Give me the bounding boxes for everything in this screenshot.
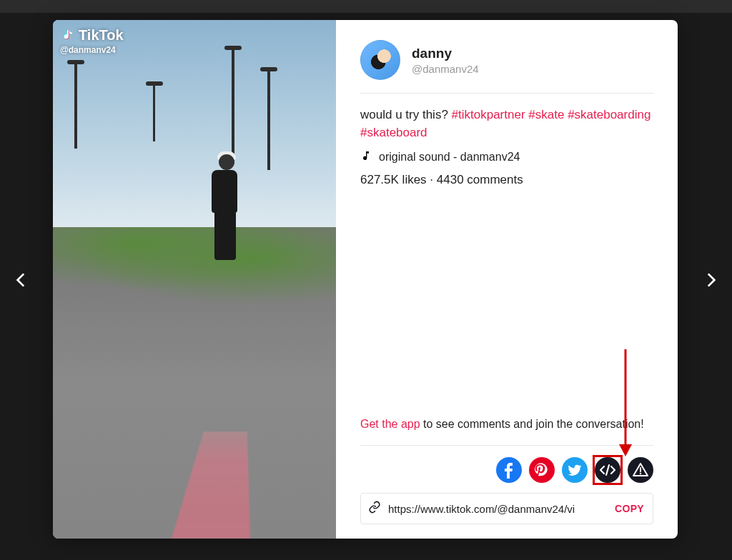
hashtag[interactable]: #skate xyxy=(528,108,564,121)
twitter-icon xyxy=(562,457,588,483)
music-label: original sound - danmanv24 xyxy=(379,151,520,164)
previous-video-button[interactable] xyxy=(7,266,36,294)
hashtag[interactable]: #skateboard xyxy=(360,126,427,139)
chevron-left-icon xyxy=(12,271,31,289)
report-warning-icon xyxy=(628,457,653,483)
next-video-button[interactable] xyxy=(696,266,725,294)
pinterest-icon xyxy=(529,457,555,483)
share-url-row: https://www.tiktok.com/@danmanv24/vi COP… xyxy=(360,493,653,524)
tiktok-note-icon xyxy=(60,28,74,44)
music-row[interactable]: original sound - danmanv24 xyxy=(360,150,653,164)
video-lamp xyxy=(232,49,234,163)
comments-count: 4430 comments xyxy=(437,173,523,186)
video-modal: TikTok @danmanv24 danny @danmanv24 would… xyxy=(53,20,678,539)
watermark-brand: TikTok xyxy=(79,27,124,44)
embed-code-icon xyxy=(595,457,620,483)
share-url-text[interactable]: https://www.tiktok.com/@danmanv24/vi xyxy=(388,503,608,515)
hashtag[interactable]: #tiktokpartner xyxy=(452,108,525,121)
video-lamp xyxy=(74,63,77,149)
video-info-panel: danny @danmanv24 would u try this? #tikt… xyxy=(336,20,678,539)
share-facebook-button[interactable] xyxy=(496,457,522,483)
modal-backdrop: TikTok @danmanv24 danny @danmanv24 would… xyxy=(0,0,732,560)
video-player[interactable]: TikTok @danmanv24 xyxy=(53,20,336,539)
profile-handle[interactable]: @danmanv24 xyxy=(412,63,479,75)
copy-url-button[interactable]: COPY xyxy=(615,503,644,514)
svg-point-6 xyxy=(640,473,641,474)
profile-row[interactable]: danny @danmanv24 xyxy=(360,40,653,94)
hashtag[interactable]: #skateboarding xyxy=(568,108,651,121)
tiktok-watermark: TikTok @danmanv24 xyxy=(60,27,124,55)
share-twitter-button[interactable] xyxy=(562,457,588,483)
share-row xyxy=(360,457,653,483)
link-icon xyxy=(368,501,381,516)
avatar[interactable] xyxy=(360,40,400,80)
top-bar xyxy=(0,0,732,13)
share-pinterest-button[interactable] xyxy=(529,457,555,483)
facebook-icon xyxy=(496,457,522,483)
share-report-button[interactable] xyxy=(628,457,653,483)
get-app-rest: to see comments and join the conversatio… xyxy=(420,418,644,430)
video-caption: would u try this? #tiktokpartner #skate … xyxy=(360,106,653,141)
profile-display-name[interactable]: danny xyxy=(412,46,479,61)
music-note-icon xyxy=(360,150,372,164)
share-embed-button[interactable] xyxy=(595,457,620,483)
caption-text: would u try this? xyxy=(360,108,452,121)
svg-marker-8 xyxy=(619,444,632,456)
chevron-right-icon xyxy=(701,271,720,289)
likes-count: 627.5K likes xyxy=(360,173,427,186)
video-lamp xyxy=(267,70,270,170)
get-app-prompt: Get the app to see comments and join the… xyxy=(360,416,653,446)
video-lamp xyxy=(153,84,155,141)
video-skater xyxy=(203,149,246,270)
stats-row: 627.5K likes · 4430 comments xyxy=(360,173,653,187)
watermark-handle: @danmanv24 xyxy=(60,45,124,55)
get-app-cta[interactable]: Get the app xyxy=(360,418,420,430)
